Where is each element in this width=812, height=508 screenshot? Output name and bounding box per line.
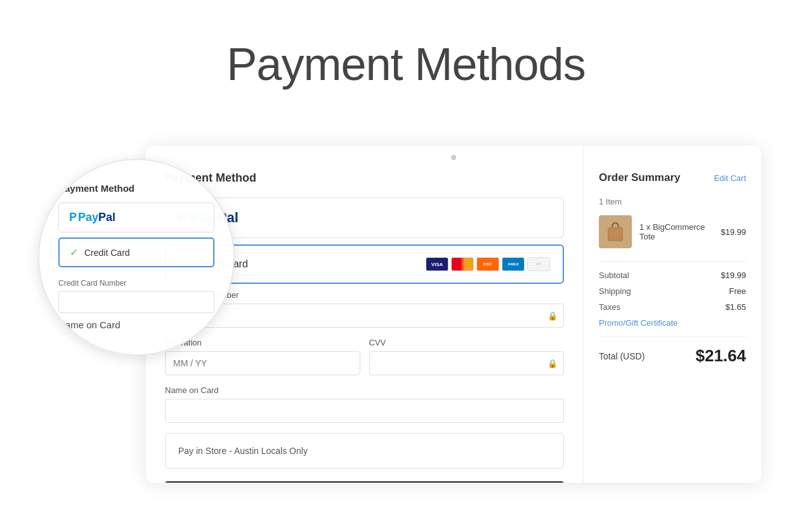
card-icons-row: VISA DISC AMEX ··· [426,257,550,271]
taxes-row: Taxes $1.65 [599,302,746,312]
promo-link[interactable]: Promo/Gift Certificate [599,318,746,328]
card-number-wrapper: 🔒 [165,304,564,328]
visa-icon: VISA [426,257,449,271]
shipping-value: Free [729,286,746,296]
expiration-label: Expiration [165,338,360,347]
zoom-name-on-card-label: Name on Card [58,319,121,330]
zoom-card-number-label: Credit Card Number [58,279,126,288]
total-amount: $21.64 [695,346,746,366]
item-image [599,215,632,248]
payment-method-title: Payment Method [165,171,564,185]
main-card: Payment Method P PayPal ✓ Credit Card VI… [146,146,761,483]
zoom-paypal-pal: Pal [98,211,115,224]
shipping-label: Shipping [599,286,631,296]
taxes-value: $1.65 [725,302,746,312]
zoom-paypal-pay: Pay [78,211,98,224]
cvv-wrapper: 🔒 [369,351,565,375]
name-on-card-group: Name on Card [165,385,564,423]
zoom-paypal-option: P PayPal [58,203,214,232]
total-label: Total (USD) [599,351,645,361]
pay-in-store-label: Pay in Store - Austin Locals Only [178,446,308,456]
divider-1 [599,261,746,262]
order-item: 1 x BigCommerce Tote $19.99 [599,215,746,248]
zoom-card-number-input[interactable] [58,291,214,313]
amex-icon: AMEX [502,257,525,271]
name-on-card-label: Name on Card [165,385,564,395]
shipping-row: Shipping Free [599,286,746,296]
cvv-label: CVV [369,338,565,347]
item-price: $19.99 [721,227,746,237]
zoom-paypal-p: P [69,211,77,224]
cvv-input[interactable] [369,351,565,375]
taxes-label: Taxes [599,302,620,312]
exp-cvv-row: Expiration CVV 🔒 [165,338,564,385]
zoom-section-title: Payment Method [58,183,134,194]
right-panel: Order Summary Edit Cart 1 Item 1 x BigCo… [584,146,761,483]
total-row: Total (USD) $21.64 [599,337,746,366]
zoom-circle: Payment Method P PayPal ✓ Credit Card Cr… [38,159,235,356]
expiration-wrapper [165,351,360,375]
subtotal-row: Subtotal $19.99 [599,271,746,280]
subtotal-value: $19.99 [721,271,746,280]
page-title: Payment Methods [0,0,812,116]
discover-icon: DISC [476,257,499,271]
subtotal-label: Subtotal [599,271,629,280]
card-dot [451,155,456,160]
expiration-group: Expiration [165,338,360,375]
card-number-input[interactable] [165,304,564,328]
edit-cart-link[interactable]: Edit Cart [714,173,746,183]
item-count: 1 Item [599,197,746,206]
svg-rect-1 [610,229,621,239]
lock-icon-cvv: 🔒 [547,359,558,368]
more-cards-icon: ··· [527,257,550,271]
cvv-group: CVV 🔒 [369,338,565,375]
zoom-credit-card-option: ✓ Credit Card [58,237,214,267]
zoom-check-icon: ✓ [70,246,78,258]
name-on-card-input[interactable] [165,399,564,423]
expiration-input[interactable] [165,351,360,375]
name-on-card-wrapper [165,399,564,423]
tote-bag-icon [605,220,625,244]
mastercard-icon [451,257,474,271]
lock-icon-card: 🔒 [547,311,558,321]
credit-card-form: Credit Card Number 🔒 Expiration CVV [165,290,564,423]
item-name: 1 x BigCommerce Tote [639,222,713,241]
place-order-button[interactable]: PLACE ORDER [165,481,564,483]
zoom-credit-card-label: Credit Card [84,248,130,258]
order-summary-header: Order Summary Edit Cart [599,171,746,184]
order-summary-title: Order Summary [599,171,681,184]
pay-in-store-option[interactable]: Pay in Store - Austin Locals Only [165,433,564,469]
